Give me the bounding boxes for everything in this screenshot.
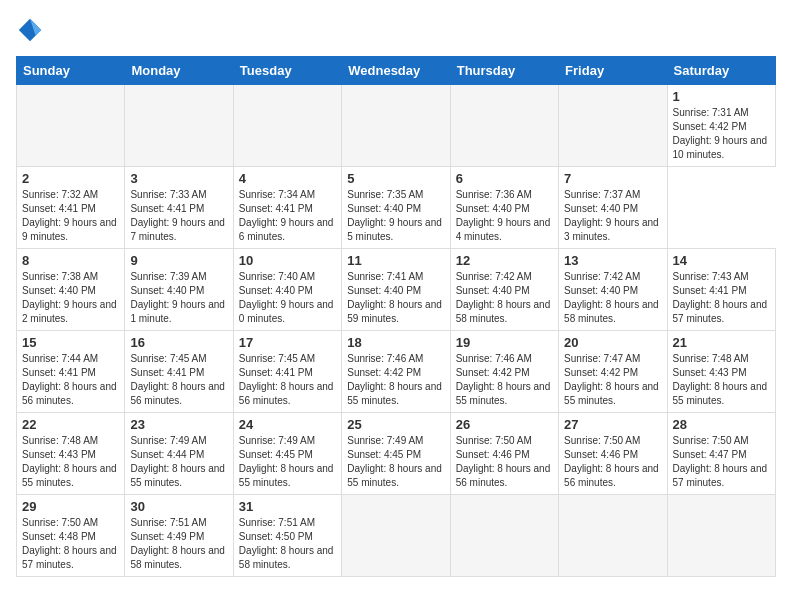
day-cell-15: 15Sunrise: 7:44 AMSunset: 4:41 PMDayligh… <box>17 331 125 413</box>
day-number: 20 <box>564 335 661 350</box>
day-cell-21: 21Sunrise: 7:48 AMSunset: 4:43 PMDayligh… <box>667 331 775 413</box>
logo <box>16 16 48 44</box>
day-cell-2: 2Sunrise: 7:32 AMSunset: 4:41 PMDaylight… <box>17 167 125 249</box>
day-detail: Sunrise: 7:51 AMSunset: 4:50 PMDaylight:… <box>239 516 336 572</box>
day-cell-3: 3Sunrise: 7:33 AMSunset: 4:41 PMDaylight… <box>125 167 233 249</box>
day-cell-6: 6Sunrise: 7:36 AMSunset: 4:40 PMDaylight… <box>450 167 558 249</box>
day-cell-11: 11Sunrise: 7:41 AMSunset: 4:40 PMDayligh… <box>342 249 450 331</box>
day-cell-8: 8Sunrise: 7:38 AMSunset: 4:40 PMDaylight… <box>17 249 125 331</box>
day-number: 3 <box>130 171 227 186</box>
day-number: 22 <box>22 417 119 432</box>
col-header-friday: Friday <box>559 57 667 85</box>
day-cell-30: 30Sunrise: 7:51 AMSunset: 4:49 PMDayligh… <box>125 495 233 577</box>
day-detail: Sunrise: 7:39 AMSunset: 4:40 PMDaylight:… <box>130 270 227 326</box>
day-detail: Sunrise: 7:33 AMSunset: 4:41 PMDaylight:… <box>130 188 227 244</box>
calendar-week-3: 8Sunrise: 7:38 AMSunset: 4:40 PMDaylight… <box>17 249 776 331</box>
day-number: 25 <box>347 417 444 432</box>
day-number: 11 <box>347 253 444 268</box>
day-cell-13: 13Sunrise: 7:42 AMSunset: 4:40 PMDayligh… <box>559 249 667 331</box>
day-number: 18 <box>347 335 444 350</box>
day-number: 8 <box>22 253 119 268</box>
day-cell-7: 7Sunrise: 7:37 AMSunset: 4:40 PMDaylight… <box>559 167 667 249</box>
day-cell-1: 1Sunrise: 7:31 AMSunset: 4:42 PMDaylight… <box>667 85 775 167</box>
logo-icon <box>16 16 44 44</box>
day-number: 5 <box>347 171 444 186</box>
col-header-sunday: Sunday <box>17 57 125 85</box>
col-header-tuesday: Tuesday <box>233 57 341 85</box>
day-detail: Sunrise: 7:32 AMSunset: 4:41 PMDaylight:… <box>22 188 119 244</box>
col-header-monday: Monday <box>125 57 233 85</box>
day-detail: Sunrise: 7:50 AMSunset: 4:47 PMDaylight:… <box>673 434 770 490</box>
day-detail: Sunrise: 7:50 AMSunset: 4:46 PMDaylight:… <box>564 434 661 490</box>
day-cell-14: 14Sunrise: 7:43 AMSunset: 4:41 PMDayligh… <box>667 249 775 331</box>
day-number: 17 <box>239 335 336 350</box>
day-cell-19: 19Sunrise: 7:46 AMSunset: 4:42 PMDayligh… <box>450 331 558 413</box>
day-detail: Sunrise: 7:48 AMSunset: 4:43 PMDaylight:… <box>22 434 119 490</box>
day-cell-18: 18Sunrise: 7:46 AMSunset: 4:42 PMDayligh… <box>342 331 450 413</box>
day-cell-25: 25Sunrise: 7:49 AMSunset: 4:45 PMDayligh… <box>342 413 450 495</box>
day-number: 10 <box>239 253 336 268</box>
day-number: 15 <box>22 335 119 350</box>
day-detail: Sunrise: 7:36 AMSunset: 4:40 PMDaylight:… <box>456 188 553 244</box>
day-cell-10: 10Sunrise: 7:40 AMSunset: 4:40 PMDayligh… <box>233 249 341 331</box>
day-detail: Sunrise: 7:45 AMSunset: 4:41 PMDaylight:… <box>130 352 227 408</box>
empty-cell <box>233 85 341 167</box>
calendar-week-2: 2Sunrise: 7:32 AMSunset: 4:41 PMDaylight… <box>17 167 776 249</box>
day-number: 9 <box>130 253 227 268</box>
day-detail: Sunrise: 7:46 AMSunset: 4:42 PMDaylight:… <box>347 352 444 408</box>
day-cell-26: 26Sunrise: 7:50 AMSunset: 4:46 PMDayligh… <box>450 413 558 495</box>
day-number: 19 <box>456 335 553 350</box>
day-cell-23: 23Sunrise: 7:49 AMSunset: 4:44 PMDayligh… <box>125 413 233 495</box>
calendar-week-4: 15Sunrise: 7:44 AMSunset: 4:41 PMDayligh… <box>17 331 776 413</box>
day-detail: Sunrise: 7:38 AMSunset: 4:40 PMDaylight:… <box>22 270 119 326</box>
day-number: 24 <box>239 417 336 432</box>
day-number: 27 <box>564 417 661 432</box>
day-number: 21 <box>673 335 770 350</box>
empty-cell <box>559 495 667 577</box>
day-detail: Sunrise: 7:44 AMSunset: 4:41 PMDaylight:… <box>22 352 119 408</box>
day-detail: Sunrise: 7:50 AMSunset: 4:48 PMDaylight:… <box>22 516 119 572</box>
day-detail: Sunrise: 7:48 AMSunset: 4:43 PMDaylight:… <box>673 352 770 408</box>
day-number: 7 <box>564 171 661 186</box>
col-header-saturday: Saturday <box>667 57 775 85</box>
day-number: 14 <box>673 253 770 268</box>
day-detail: Sunrise: 7:49 AMSunset: 4:44 PMDaylight:… <box>130 434 227 490</box>
day-detail: Sunrise: 7:49 AMSunset: 4:45 PMDaylight:… <box>239 434 336 490</box>
day-number: 29 <box>22 499 119 514</box>
day-detail: Sunrise: 7:47 AMSunset: 4:42 PMDaylight:… <box>564 352 661 408</box>
calendar-week-1: 1Sunrise: 7:31 AMSunset: 4:42 PMDaylight… <box>17 85 776 167</box>
day-detail: Sunrise: 7:50 AMSunset: 4:46 PMDaylight:… <box>456 434 553 490</box>
day-number: 16 <box>130 335 227 350</box>
day-number: 30 <box>130 499 227 514</box>
empty-cell <box>450 85 558 167</box>
calendar-week-6: 29Sunrise: 7:50 AMSunset: 4:48 PMDayligh… <box>17 495 776 577</box>
day-number: 26 <box>456 417 553 432</box>
empty-cell <box>559 85 667 167</box>
day-number: 6 <box>456 171 553 186</box>
empty-cell <box>125 85 233 167</box>
day-cell-24: 24Sunrise: 7:49 AMSunset: 4:45 PMDayligh… <box>233 413 341 495</box>
col-header-thursday: Thursday <box>450 57 558 85</box>
day-number: 12 <box>456 253 553 268</box>
empty-cell <box>342 85 450 167</box>
day-cell-27: 27Sunrise: 7:50 AMSunset: 4:46 PMDayligh… <box>559 413 667 495</box>
page-container: SundayMondayTuesdayWednesdayThursdayFrid… <box>0 0 792 585</box>
day-number: 28 <box>673 417 770 432</box>
day-detail: Sunrise: 7:43 AMSunset: 4:41 PMDaylight:… <box>673 270 770 326</box>
header-row: SundayMondayTuesdayWednesdayThursdayFrid… <box>17 57 776 85</box>
day-number: 1 <box>673 89 770 104</box>
calendar-week-5: 22Sunrise: 7:48 AMSunset: 4:43 PMDayligh… <box>17 413 776 495</box>
calendar-table: SundayMondayTuesdayWednesdayThursdayFrid… <box>16 56 776 577</box>
day-cell-5: 5Sunrise: 7:35 AMSunset: 4:40 PMDaylight… <box>342 167 450 249</box>
empty-cell <box>667 495 775 577</box>
day-cell-31: 31Sunrise: 7:51 AMSunset: 4:50 PMDayligh… <box>233 495 341 577</box>
day-cell-4: 4Sunrise: 7:34 AMSunset: 4:41 PMDaylight… <box>233 167 341 249</box>
day-cell-29: 29Sunrise: 7:50 AMSunset: 4:48 PMDayligh… <box>17 495 125 577</box>
empty-cell <box>342 495 450 577</box>
day-cell-28: 28Sunrise: 7:50 AMSunset: 4:47 PMDayligh… <box>667 413 775 495</box>
day-detail: Sunrise: 7:42 AMSunset: 4:40 PMDaylight:… <box>564 270 661 326</box>
empty-cell <box>17 85 125 167</box>
day-detail: Sunrise: 7:45 AMSunset: 4:41 PMDaylight:… <box>239 352 336 408</box>
day-number: 31 <box>239 499 336 514</box>
day-detail: Sunrise: 7:34 AMSunset: 4:41 PMDaylight:… <box>239 188 336 244</box>
